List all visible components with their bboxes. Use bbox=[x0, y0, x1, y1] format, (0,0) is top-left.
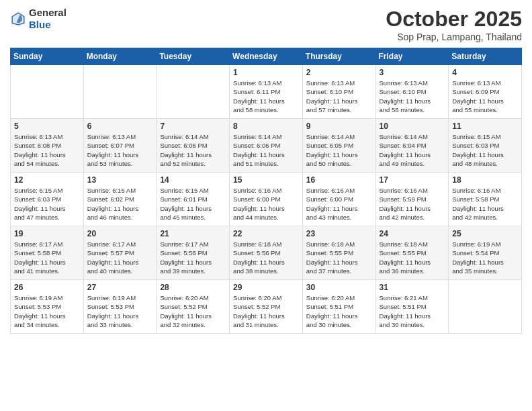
day-info: Sunrise: 6:17 AM Sunset: 5:58 PM Dayligh… bbox=[14, 240, 80, 275]
day-cell-24: 24Sunrise: 6:18 AM Sunset: 5:55 PM Dayli… bbox=[375, 226, 449, 280]
day-info: Sunrise: 6:14 AM Sunset: 6:04 PM Dayligh… bbox=[380, 132, 445, 168]
day-cell-9: 9Sunrise: 6:14 AM Sunset: 6:05 PM Daylig… bbox=[302, 119, 375, 173]
day-number: 31 bbox=[380, 283, 445, 292]
page-header: General Blue October 2025 Sop Prap, Lamp… bbox=[10, 7, 522, 42]
day-cell-3: 3Sunrise: 6:13 AM Sunset: 6:10 PM Daylig… bbox=[375, 65, 449, 119]
day-info: Sunrise: 6:18 AM Sunset: 5:55 PM Dayligh… bbox=[306, 240, 372, 275]
calendar-table: SundayMondayTuesdayWednesdayThursdayFrid… bbox=[10, 48, 522, 334]
day-number: 27 bbox=[87, 283, 153, 292]
day-cell-20: 20Sunrise: 6:17 AM Sunset: 5:57 PM Dayli… bbox=[83, 226, 157, 280]
day-cell-8: 8Sunrise: 6:14 AM Sunset: 6:06 PM Daylig… bbox=[230, 119, 303, 173]
weekday-header-thursday: Thursday bbox=[302, 48, 375, 65]
day-cell-27: 27Sunrise: 6:19 AM Sunset: 5:53 PM Dayli… bbox=[83, 280, 157, 334]
day-number: 1 bbox=[233, 68, 299, 77]
day-info: Sunrise: 6:21 AM Sunset: 5:51 PM Dayligh… bbox=[380, 293, 445, 329]
weekday-header-tuesday: Tuesday bbox=[157, 48, 230, 65]
day-info: Sunrise: 6:19 AM Sunset: 5:53 PM Dayligh… bbox=[14, 293, 80, 329]
weekday-header-sunday: Sunday bbox=[11, 48, 84, 65]
day-info: Sunrise: 6:16 AM Sunset: 6:00 PM Dayligh… bbox=[306, 186, 372, 222]
day-number: 2 bbox=[306, 68, 372, 77]
day-info: Sunrise: 6:13 AM Sunset: 6:10 PM Dayligh… bbox=[380, 79, 445, 114]
day-cell-2: 2Sunrise: 6:13 AM Sunset: 6:10 PM Daylig… bbox=[302, 65, 375, 119]
day-cell-14: 14Sunrise: 6:15 AM Sunset: 6:01 PM Dayli… bbox=[157, 173, 230, 226]
day-number: 13 bbox=[87, 175, 153, 185]
day-info: Sunrise: 6:13 AM Sunset: 6:09 PM Dayligh… bbox=[452, 79, 518, 114]
day-info: Sunrise: 6:16 AM Sunset: 5:58 PM Dayligh… bbox=[452, 186, 518, 222]
day-number: 29 bbox=[233, 283, 299, 292]
day-cell-12: 12Sunrise: 6:15 AM Sunset: 6:03 PM Dayli… bbox=[11, 173, 84, 226]
day-info: Sunrise: 6:20 AM Sunset: 5:52 PM Dayligh… bbox=[233, 293, 299, 329]
day-info: Sunrise: 6:14 AM Sunset: 6:06 PM Dayligh… bbox=[160, 132, 226, 168]
day-cell-5: 5Sunrise: 6:13 AM Sunset: 6:08 PM Daylig… bbox=[11, 119, 84, 173]
day-info: Sunrise: 6:15 AM Sunset: 6:03 PM Dayligh… bbox=[452, 132, 518, 168]
day-cell-4: 4Sunrise: 6:13 AM Sunset: 6:09 PM Daylig… bbox=[449, 65, 522, 119]
month-title: October 2025 bbox=[386, 7, 522, 32]
logo-general: General bbox=[29, 7, 66, 18]
day-cell-15: 15Sunrise: 6:16 AM Sunset: 6:00 PM Dayli… bbox=[230, 173, 303, 226]
empty-cell bbox=[449, 280, 522, 334]
day-number: 21 bbox=[160, 229, 226, 238]
day-cell-16: 16Sunrise: 6:16 AM Sunset: 6:00 PM Dayli… bbox=[302, 173, 375, 226]
day-info: Sunrise: 6:13 AM Sunset: 6:08 PM Dayligh… bbox=[14, 132, 80, 168]
day-number: 9 bbox=[306, 122, 372, 131]
day-number: 7 bbox=[160, 122, 226, 131]
day-cell-6: 6Sunrise: 6:13 AM Sunset: 6:07 PM Daylig… bbox=[83, 119, 157, 173]
weekday-header-friday: Friday bbox=[375, 48, 449, 65]
empty-cell bbox=[11, 65, 84, 119]
day-info: Sunrise: 6:20 AM Sunset: 5:52 PM Dayligh… bbox=[160, 293, 226, 329]
day-number: 12 bbox=[14, 175, 80, 185]
weekday-header-row: SundayMondayTuesdayWednesdayThursdayFrid… bbox=[11, 48, 522, 65]
day-cell-22: 22Sunrise: 6:18 AM Sunset: 5:56 PM Dayli… bbox=[230, 226, 303, 280]
day-cell-18: 18Sunrise: 6:16 AM Sunset: 5:58 PM Dayli… bbox=[449, 173, 522, 226]
day-info: Sunrise: 6:14 AM Sunset: 6:06 PM Dayligh… bbox=[233, 132, 299, 168]
day-info: Sunrise: 6:18 AM Sunset: 5:56 PM Dayligh… bbox=[233, 240, 299, 275]
day-info: Sunrise: 6:19 AM Sunset: 5:54 PM Dayligh… bbox=[452, 240, 518, 275]
weekday-header-monday: Monday bbox=[83, 48, 157, 65]
day-info: Sunrise: 6:13 AM Sunset: 6:10 PM Dayligh… bbox=[306, 79, 372, 114]
logo-text: General Blue bbox=[29, 7, 66, 31]
day-info: Sunrise: 6:19 AM Sunset: 5:53 PM Dayligh… bbox=[87, 293, 153, 329]
day-cell-21: 21Sunrise: 6:17 AM Sunset: 5:56 PM Dayli… bbox=[157, 226, 230, 280]
day-cell-10: 10Sunrise: 6:14 AM Sunset: 6:04 PM Dayli… bbox=[375, 119, 449, 173]
day-info: Sunrise: 6:13 AM Sunset: 6:11 PM Dayligh… bbox=[233, 79, 299, 114]
day-number: 30 bbox=[306, 283, 372, 292]
day-cell-7: 7Sunrise: 6:14 AM Sunset: 6:06 PM Daylig… bbox=[157, 119, 230, 173]
day-info: Sunrise: 6:16 AM Sunset: 6:00 PM Dayligh… bbox=[233, 186, 299, 222]
day-number: 4 bbox=[452, 68, 518, 77]
day-cell-19: 19Sunrise: 6:17 AM Sunset: 5:58 PM Dayli… bbox=[11, 226, 84, 280]
day-cell-30: 30Sunrise: 6:20 AM Sunset: 5:51 PM Dayli… bbox=[302, 280, 375, 334]
day-info: Sunrise: 6:15 AM Sunset: 6:03 PM Dayligh… bbox=[14, 186, 80, 222]
day-info: Sunrise: 6:17 AM Sunset: 5:57 PM Dayligh… bbox=[87, 240, 153, 275]
title-block: October 2025 Sop Prap, Lampang, Thailand bbox=[386, 7, 522, 42]
day-number: 23 bbox=[306, 229, 372, 238]
day-number: 26 bbox=[14, 283, 80, 292]
day-number: 17 bbox=[380, 175, 445, 185]
generalblue-icon bbox=[10, 11, 26, 27]
day-number: 19 bbox=[14, 229, 80, 238]
day-cell-13: 13Sunrise: 6:15 AM Sunset: 6:02 PM Dayli… bbox=[83, 173, 157, 226]
day-cell-26: 26Sunrise: 6:19 AM Sunset: 5:53 PM Dayli… bbox=[11, 280, 84, 334]
day-cell-28: 28Sunrise: 6:20 AM Sunset: 5:52 PM Dayli… bbox=[157, 280, 230, 334]
day-number: 28 bbox=[160, 283, 226, 292]
day-info: Sunrise: 6:13 AM Sunset: 6:07 PM Dayligh… bbox=[87, 132, 153, 168]
day-info: Sunrise: 6:14 AM Sunset: 6:05 PM Dayligh… bbox=[306, 132, 372, 168]
empty-cell bbox=[157, 65, 230, 119]
day-number: 14 bbox=[160, 175, 226, 185]
day-number: 18 bbox=[452, 175, 518, 185]
day-info: Sunrise: 6:15 AM Sunset: 6:01 PM Dayligh… bbox=[160, 186, 226, 222]
day-info: Sunrise: 6:16 AM Sunset: 5:59 PM Dayligh… bbox=[380, 186, 445, 222]
day-cell-11: 11Sunrise: 6:15 AM Sunset: 6:03 PM Dayli… bbox=[449, 119, 522, 173]
day-info: Sunrise: 6:17 AM Sunset: 5:56 PM Dayligh… bbox=[160, 240, 226, 275]
day-info: Sunrise: 6:18 AM Sunset: 5:55 PM Dayligh… bbox=[380, 240, 445, 275]
week-row-3: 12Sunrise: 6:15 AM Sunset: 6:03 PM Dayli… bbox=[11, 173, 522, 226]
day-number: 16 bbox=[306, 175, 372, 185]
day-number: 24 bbox=[380, 229, 445, 238]
day-cell-25: 25Sunrise: 6:19 AM Sunset: 5:54 PM Dayli… bbox=[449, 226, 522, 280]
day-cell-29: 29Sunrise: 6:20 AM Sunset: 5:52 PM Dayli… bbox=[230, 280, 303, 334]
day-info: Sunrise: 6:20 AM Sunset: 5:51 PM Dayligh… bbox=[306, 293, 372, 329]
week-row-2: 5Sunrise: 6:13 AM Sunset: 6:08 PM Daylig… bbox=[11, 119, 522, 173]
day-number: 10 bbox=[380, 122, 445, 131]
empty-cell bbox=[83, 65, 157, 119]
location: Sop Prap, Lampang, Thailand bbox=[386, 32, 522, 42]
day-cell-23: 23Sunrise: 6:18 AM Sunset: 5:55 PM Dayli… bbox=[302, 226, 375, 280]
